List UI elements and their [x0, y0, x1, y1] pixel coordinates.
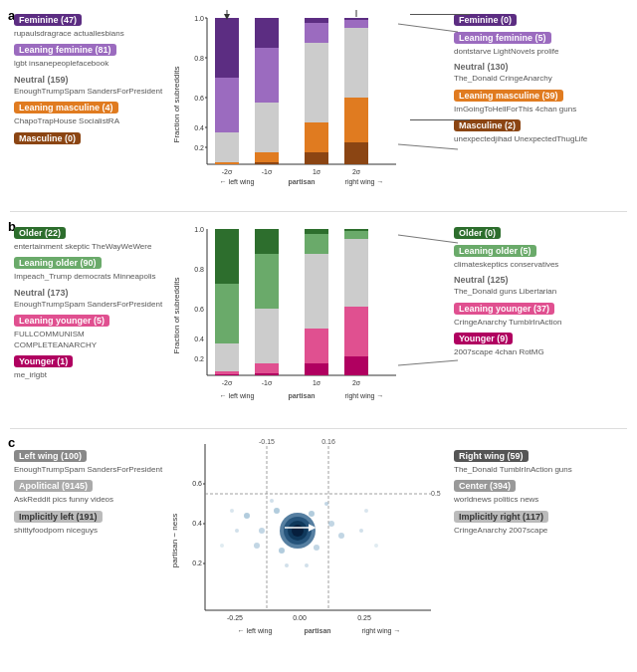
svg-text:partisan: partisan — [288, 178, 315, 186]
subs-leanyounger-left-b: FULLCOMMUNISM COMPLETEANARCHY — [14, 330, 165, 350]
svg-text:0.2: 0.2 — [192, 560, 202, 566]
svg-rect-33 — [305, 152, 328, 164]
svg-rect-31 — [305, 43, 328, 122]
svg-text:partisan − ness: partisan − ness — [170, 514, 179, 567]
badge-apolitical-c: Apolitical (9145) — [14, 480, 93, 492]
svg-text:0.4: 0.4 — [192, 520, 202, 527]
svg-rect-64 — [255, 363, 279, 373]
badge-younger-left-b: Younger (1) — [14, 355, 73, 367]
svg-text:right wing →: right wing → — [345, 178, 384, 186]
connector-a-right-top — [410, 14, 470, 15]
svg-rect-56 — [215, 229, 239, 284]
svg-point-101 — [279, 548, 285, 554]
badge-younger-right-b: Younger (9) — [454, 333, 513, 344]
svg-text:0.16: 0.16 — [321, 438, 335, 445]
svg-text:-2σ: -2σ — [222, 168, 233, 175]
subs-leanfem-left-a: lgbt insanepeoplefacebook — [14, 59, 165, 69]
svg-text:1σ: 1σ — [313, 379, 321, 386]
badge-center-c: Center (394) — [454, 480, 516, 492]
badge-implright-c: Implicitly right (117) — [454, 511, 548, 523]
svg-rect-38 — [344, 142, 368, 164]
chart-a: Fraction of subreddits 1.0 0.8 0.6 0.4 0… — [169, 10, 408, 194]
svg-point-110 — [305, 563, 309, 567]
subs-older-left-b: entertainment skeptic TheWayWeWere — [14, 242, 165, 252]
svg-rect-72 — [344, 231, 368, 239]
badge-left-c: Left wing (100) — [14, 450, 87, 462]
panel-c-label: c — [8, 435, 15, 450]
svg-point-109 — [285, 563, 289, 567]
right-labels-c: Right wing (59) The_Donald TumblrInActio… — [454, 450, 633, 541]
separator-ab — [10, 211, 627, 212]
neutral-left-a: Neutral (159) — [14, 75, 165, 85]
badge-leanmasc-left-a: Leaning masculine (4) — [14, 102, 118, 113]
subs-leanmasc-left-a: ChapoTrapHouse SocialistRA — [14, 116, 165, 126]
svg-text:0.2: 0.2 — [194, 144, 204, 151]
svg-rect-74 — [344, 307, 368, 356]
svg-text:0.6: 0.6 — [192, 480, 202, 487]
subs-leanolder-left-b: Impeach_Trump democrats Minneapolis — [14, 272, 165, 282]
svg-text:0.4: 0.4 — [194, 124, 204, 131]
svg-point-116 — [220, 544, 224, 548]
svg-text:0.6: 0.6 — [194, 306, 204, 313]
main-container: a Feminine (47) rupaulsdragrace actualle… — [0, 0, 637, 672]
svg-text:← left wing: ← left wing — [220, 178, 255, 186]
subs-apolitical-c: AskReddit pics funny videos — [14, 495, 165, 505]
svg-rect-63 — [255, 309, 279, 363]
svg-text:0.8: 0.8 — [194, 266, 204, 273]
badge-older-left-b: Older (22) — [14, 227, 66, 239]
svg-text:partisan: partisan — [288, 392, 315, 400]
svg-text:0.25: 0.25 — [357, 614, 371, 621]
svg-point-106 — [259, 528, 265, 534]
right-labels-b: Older (0) Leaning older (5) climateskept… — [454, 227, 633, 363]
chart-c: partisan − ness 0.6 0.4 0.2 -0.25 0.00 0… — [167, 436, 441, 668]
svg-point-115 — [374, 544, 378, 548]
svg-rect-21 — [215, 78, 239, 132]
neutral-right-b: Neutral (125) — [454, 275, 633, 285]
svg-rect-37 — [344, 98, 368, 142]
svg-text:0.00: 0.00 — [293, 614, 307, 621]
subs-leanmasc-right-a: ImGoingToHellForThis 4chan guns — [454, 105, 633, 114]
svg-text:0.51: 0.51 — [431, 490, 441, 497]
left-labels-c: Left wing (100) EnoughTrumpSpam SandersF… — [14, 450, 165, 541]
left-labels-a: Feminine (47) rupaulsdragrace actuallesb… — [14, 14, 165, 147]
badge-right-c: Right wing (59) — [454, 450, 529, 462]
svg-rect-66 — [305, 229, 328, 234]
subs-younger-left-b: me_irlgbt — [14, 370, 165, 380]
svg-text:0.6: 0.6 — [194, 95, 204, 102]
badge-leanfem-left-a: Leaning feminine (81) — [14, 44, 116, 56]
subs-leanfem-right-a: dontstarve LightNovels prolife — [454, 47, 633, 57]
svg-point-105 — [338, 533, 344, 539]
svg-rect-62 — [255, 254, 279, 309]
badge-masc-left-a: Masculine (0) — [14, 132, 81, 144]
badge-leanyounger-right-b: Leaning younger (37) — [454, 303, 554, 315]
svg-rect-34 — [344, 18, 368, 20]
badge-leanfem-right-a: Leaning feminine (5) — [454, 32, 551, 44]
svg-rect-32 — [305, 122, 328, 152]
badge-leanolder-right-b: Leaning older (5) — [454, 245, 536, 257]
subs-implleft-c: shittyfoodporn niceguys — [14, 526, 165, 536]
svg-rect-57 — [215, 284, 239, 343]
svg-rect-70 — [305, 363, 328, 375]
svg-point-99 — [254, 543, 260, 549]
svg-rect-75 — [344, 356, 368, 375]
svg-rect-35 — [344, 20, 368, 28]
svg-text:← left wing: ← left wing — [220, 392, 255, 400]
neutral-right-a: Neutral (130) — [454, 62, 633, 72]
svg-text:-0.15: -0.15 — [259, 438, 275, 445]
subs-leanyounger-right-b: CringeAnarchy TumblrInAction — [454, 318, 633, 328]
svg-text:Fraction of subreddits: Fraction of subreddits — [172, 278, 181, 354]
svg-rect-36 — [344, 28, 368, 98]
svg-point-108 — [270, 499, 274, 503]
svg-text:partisan: partisan — [304, 627, 330, 635]
svg-rect-65 — [255, 373, 279, 375]
separator-bc — [10, 428, 627, 429]
svg-rect-24 — [255, 18, 279, 48]
svg-point-100 — [274, 508, 280, 514]
svg-point-98 — [244, 513, 250, 519]
badge-leanolder-left-b: Leaning older (90) — [14, 257, 102, 269]
subs-neutral-right-b: The_Donald guns Libertarian — [454, 287, 633, 297]
chart-a-svg: Fraction of subreddits 1.0 0.8 0.6 0.4 0… — [169, 10, 408, 194]
svg-point-102 — [309, 511, 315, 517]
svg-text:← left wing: ← left wing — [238, 627, 273, 635]
svg-text:right wing →: right wing → — [345, 392, 384, 400]
